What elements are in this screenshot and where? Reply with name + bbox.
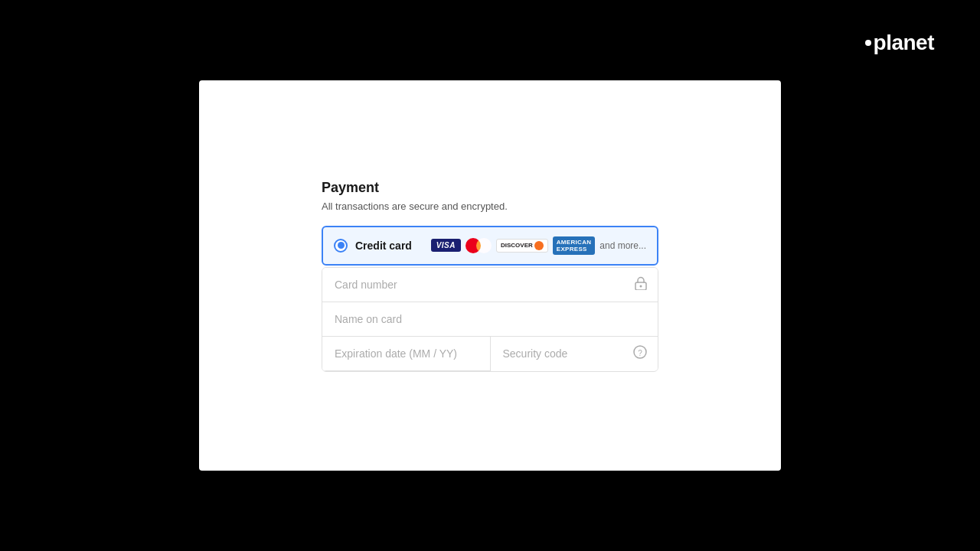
- security-code-field[interactable]: ?: [491, 337, 658, 371]
- lock-icon: [635, 276, 647, 293]
- discover-text: DISCOVER: [501, 242, 533, 249]
- radio-button-selected[interactable]: [334, 239, 348, 253]
- name-on-card-field[interactable]: [322, 302, 658, 337]
- payment-card: Payment All transactions are secure and …: [199, 80, 781, 471]
- visa-icon: VISA: [431, 239, 461, 252]
- help-icon[interactable]: ?: [633, 345, 647, 362]
- discover-icon: DISCOVER: [496, 239, 548, 253]
- card-number-input[interactable]: [322, 268, 658, 302]
- svg-point-1: [640, 285, 642, 287]
- card-icons: VISA DISCOVER AMERICANEXPRESS and more..…: [431, 236, 646, 255]
- radio-inner: [338, 242, 345, 249]
- amex-icon: AMERICANEXPRESS: [553, 236, 596, 255]
- logo-text: planet: [874, 31, 934, 55]
- and-more-text: and more...: [599, 240, 646, 251]
- payment-form: ?: [322, 267, 658, 372]
- logo-dot: [865, 40, 871, 46]
- expiration-field[interactable]: [322, 337, 491, 371]
- expiration-input[interactable]: [322, 337, 490, 370]
- discover-circle: [534, 241, 544, 250]
- planet-logo: planet: [865, 31, 934, 55]
- name-on-card-input[interactable]: [322, 302, 658, 336]
- credit-card-option[interactable]: Credit card VISA DISCOVER AMERICANEXPRES…: [322, 226, 658, 266]
- credit-card-label: Credit card: [355, 240, 412, 252]
- credit-card-left: Credit card: [334, 239, 412, 253]
- payment-title: Payment: [322, 180, 658, 196]
- svg-text:?: ?: [638, 349, 642, 357]
- expiry-security-row: ?: [322, 337, 658, 371]
- mc-circle-right: [476, 238, 492, 253]
- mastercard-icon: [466, 237, 492, 254]
- payment-subtitle: All transactions are secure and encrypte…: [322, 201, 658, 212]
- card-number-field[interactable]: [322, 268, 658, 302]
